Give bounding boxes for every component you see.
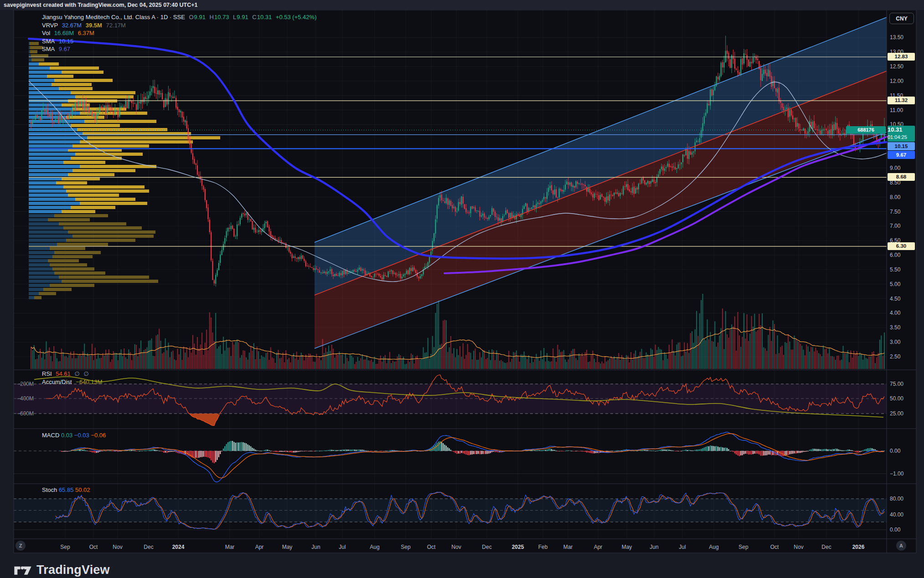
vrvp-value-2: 39.5M [86, 22, 102, 29]
stoch-k-value: 65.85 [59, 486, 74, 493]
macd-line-value: −0.03 [74, 432, 89, 439]
price-tick: 4.00 [890, 310, 901, 316]
symbol-row[interactable]: Jiangsu Yahong Meditech Co., Ltd. Class … [42, 14, 319, 20]
scroll-left-button[interactable]: Z [15, 541, 26, 551]
scroll-right-button[interactable]: A [896, 541, 906, 551]
svg-text:Dec: Dec [482, 544, 491, 550]
stoch-label: Stoch [42, 486, 57, 493]
macd-hist-value: 0.03 [61, 432, 72, 439]
price-level-label[interactable]: 12.83 [888, 53, 915, 61]
price-tick: 13.50 [890, 34, 903, 41]
svg-text:80.00: 80.00 [890, 496, 903, 502]
svg-text:Oct: Oct [89, 544, 98, 550]
svg-text:Apr: Apr [255, 544, 264, 550]
current-price-label[interactable]: 10.31 01:04:25 [888, 126, 915, 142]
svg-text:75.00: 75.00 [890, 381, 903, 387]
stoch-d-value: 50.02 [75, 486, 90, 493]
svg-text:May: May [622, 544, 632, 550]
macd-legend[interactable]: MACD 0.03 −0.03 −0.06 [42, 432, 106, 439]
svg-text:2026: 2026 [852, 544, 865, 550]
svg-text:−600M: −600M [17, 410, 34, 417]
tradingview-footer[interactable]: TradingView [14, 563, 110, 577]
vrvp-row[interactable]: VRVP 32.67M 39.5M 72.17M [42, 22, 319, 28]
vrvp-value-3: 72.17M [106, 22, 126, 29]
accum-dist-value: −640.13M [76, 379, 102, 385]
price-level-label[interactable]: 8.68 [888, 173, 915, 181]
ohlc-change: +0.53 (+5.42%) [276, 14, 317, 20]
sma1-row[interactable]: SMA 10.15 [42, 38, 319, 44]
main-legend: Jiangsu Yahong Meditech Co., Ltd. Class … [42, 14, 319, 54]
rsi-value: 54.61 [56, 370, 71, 377]
sma1-label: SMA [42, 38, 55, 45]
price-tick: 8.00 [890, 194, 901, 200]
svg-text:Dec: Dec [821, 544, 831, 550]
svg-text:−1.00: −1.00 [890, 471, 904, 477]
price-tick: 6.00 [890, 252, 901, 258]
svg-text:−400M: −400M [17, 395, 34, 402]
ohlc-high-label: H [210, 14, 214, 20]
svg-text:Oct: Oct [427, 544, 436, 550]
svg-text:Nov: Nov [113, 544, 122, 550]
vrvp-label: VRVP [42, 22, 58, 29]
rsi-legend[interactable]: RSI 54.61 ∅ ∅ Accum/Dist −640.13M [42, 371, 105, 387]
svg-text:0.00: 0.00 [890, 448, 901, 454]
sma1-price-label[interactable]: 10.15 [888, 142, 915, 150]
volume-row[interactable]: Vol 16.68M 6.37M [42, 30, 319, 36]
ohlc-close-value: 10.31 [257, 14, 272, 20]
svg-text:Sep: Sep [401, 544, 411, 550]
rsi-empty-1: ∅ [74, 370, 79, 377]
svg-text:Jul: Jul [339, 544, 346, 550]
volume-ma-value: 6.37M [78, 30, 94, 36]
ohlc-low-label: L [233, 14, 236, 20]
ohlc-high-value: 10.73 [214, 14, 229, 20]
sma1-value: 10.15 [59, 38, 74, 45]
symbol-title[interactable]: Jiangsu Yahong Meditech Co., Ltd. Class … [42, 14, 185, 20]
svg-text:May: May [282, 544, 293, 550]
svg-text:Jun: Jun [650, 544, 658, 550]
chart-canvas[interactable]: 13.5013.0012.5012.0011.5011.0010.509.008… [0, 0, 924, 578]
price-tick: 7.50 [890, 209, 901, 215]
macd-signal-value: −0.06 [91, 432, 106, 439]
sma2-price-label[interactable]: 9.67 [888, 151, 915, 159]
svg-text:Nov: Nov [794, 544, 803, 550]
svg-text:0.00: 0.00 [890, 527, 901, 533]
rsi-empty-2: ∅ [83, 370, 88, 377]
bar-id-label: 688176 [846, 126, 886, 134]
bar-countdown: 01:04:25 [888, 134, 915, 141]
macd-label: MACD [42, 432, 59, 439]
svg-text:50.00: 50.00 [890, 395, 903, 402]
svg-text:40.00: 40.00 [890, 512, 903, 518]
price-tick: 2.50 [890, 353, 901, 360]
price-tick: 11.00 [890, 107, 903, 113]
volume-value: 16.68M [54, 30, 74, 36]
price-tick: 7.00 [890, 223, 901, 229]
svg-text:Sep: Sep [60, 544, 70, 550]
accum-dist-left-scale: −200M−400M−600M [17, 381, 34, 417]
price-level-label[interactable]: 11.32 [888, 97, 915, 104]
sma2-row[interactable]: SMA 9.67 [42, 46, 319, 52]
svg-text:Aug: Aug [709, 544, 718, 550]
attribution-bar: savepiginvest created with TradingView.c… [0, 0, 924, 10]
svg-text:2025: 2025 [512, 544, 524, 550]
svg-text:Feb: Feb [538, 544, 548, 550]
attribution-text: savepiginvest created with TradingView.c… [4, 2, 198, 8]
ohlc-open-label: O [189, 14, 193, 20]
sma2-label: SMA [42, 46, 55, 52]
sma2-value: 9.67 [59, 46, 70, 52]
price-tick: 5.00 [890, 281, 901, 287]
svg-text:Dec: Dec [144, 544, 153, 550]
svg-text:Jun: Jun [311, 544, 320, 550]
tradingview-logo-text: TradingView [36, 563, 110, 577]
vrvp-value-1: 32.67M [62, 22, 82, 29]
svg-text:25.00: 25.00 [890, 410, 903, 417]
price-tick: 4.50 [890, 296, 901, 302]
currency-button[interactable]: CNY [889, 13, 914, 24]
price-tick: 3.50 [890, 324, 901, 331]
price-tick: 5.50 [890, 266, 901, 273]
current-price-value: 10.31 [888, 126, 915, 134]
rsi-label: RSI [42, 370, 52, 377]
price-level-label[interactable]: 6.30 [888, 242, 915, 250]
price-tick: 9.00 [890, 165, 901, 171]
tradingview-logo-icon [14, 564, 32, 576]
stoch-legend[interactable]: Stoch 65.85 50.02 [42, 486, 90, 493]
